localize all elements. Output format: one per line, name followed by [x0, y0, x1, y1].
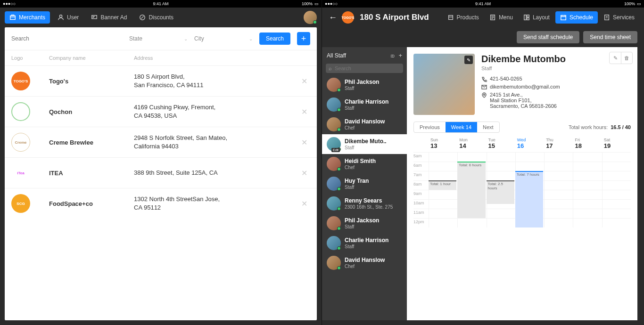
remove-merchant-button[interactable]: ✕	[298, 107, 310, 116]
calendar-cell[interactable]	[602, 219, 631, 228]
send-schedule-button[interactable]: Send staff schedule	[517, 31, 579, 43]
svg-rect-7	[527, 15, 529, 17]
calendar-cell[interactable]	[602, 181, 631, 190]
calendar-cell[interactable]	[429, 190, 457, 199]
calendar-cell[interactable]	[602, 200, 631, 209]
add-merchant-button[interactable]: +	[297, 32, 310, 45]
merchant-row[interactable]: iTeaITEA388 9th Street, Suite 125A, CA✕	[5, 157, 317, 188]
filter-icon[interactable]: ⎄	[391, 52, 395, 59]
calendar-day[interactable]: Mon14	[457, 137, 486, 150]
staff-item[interactable]: Charlie HarrisonStaff	[322, 233, 407, 253]
calendar-cell[interactable]	[487, 209, 515, 218]
calendar-cell[interactable]	[602, 162, 631, 171]
calendar-cell[interactable]	[544, 200, 573, 209]
nav-layout[interactable]: Layout	[519, 11, 554, 24]
staff-item[interactable]: Huy TranStaff	[322, 174, 407, 194]
add-staff-icon[interactable]: +	[398, 52, 402, 59]
calendar-cell[interactable]	[573, 162, 602, 171]
staff-item[interactable]: David HanslowChef	[322, 253, 407, 273]
schedule-block[interactable]: Total: 1 hour	[429, 180, 456, 190]
calendar-cell[interactable]	[573, 219, 602, 228]
staff-search-input[interactable]	[335, 65, 400, 71]
staff-item[interactable]: Phil JacksonStaff	[322, 213, 407, 233]
calendar-cell[interactable]	[429, 209, 457, 218]
calendar-cell[interactable]	[544, 209, 573, 218]
calendar-cell[interactable]	[515, 162, 544, 171]
tab-current[interactable]: Week 14	[446, 122, 477, 132]
staff-search[interactable]: ⌕	[326, 64, 403, 73]
calendar-cell[interactable]	[602, 153, 631, 162]
edit-photo-button[interactable]: ✎	[464, 56, 473, 64]
schedule-block[interactable]: Total: 2.5 hours	[487, 180, 514, 204]
staff-item[interactable]: Charlie HarrisonStaff	[322, 95, 407, 114]
calendar-cell[interactable]	[544, 153, 573, 162]
calendar-cell[interactable]	[487, 171, 515, 180]
merchant-row[interactable]: TOGO'STogo's180 S Airport Blvd,San Franc…	[5, 65, 317, 96]
calendar-day[interactable]: Thu17	[544, 137, 573, 150]
schedule-block[interactable]: Total: 7 hours	[515, 171, 543, 228]
calendar-day[interactable]: Sat19	[602, 137, 631, 150]
calendar-day[interactable]: Tue15	[487, 137, 515, 150]
merchant-row[interactable]: CremeCreme Brewlee2948 S Norfolk Street,…	[5, 127, 317, 157]
calendar-cell[interactable]	[429, 200, 457, 209]
staff-item[interactable]: Heidi SmithChef	[322, 154, 407, 174]
nav-discounts[interactable]: Discounts	[134, 11, 178, 24]
nav-banner-ad[interactable]: Banner Ad	[86, 11, 132, 24]
calendar-cell[interactable]	[602, 190, 631, 199]
staff-item[interactable]: EditDikembe Muto..Staff	[322, 134, 407, 154]
calendar-cell[interactable]	[544, 162, 573, 171]
nav-schedule[interactable]: Schedule	[555, 11, 598, 24]
calendar-cell[interactable]	[573, 181, 602, 190]
calendar-day[interactable]: Fri18	[573, 137, 602, 150]
calendar-cell[interactable]	[573, 171, 602, 180]
nav-services[interactable]: Services	[599, 11, 639, 24]
calendar-cell[interactable]	[429, 153, 457, 162]
back-button[interactable]: ←	[327, 13, 339, 23]
nav-merchants[interactable]: Merchants	[5, 11, 50, 24]
tab-previous[interactable]: Previous	[414, 122, 446, 132]
merchant-row[interactable]: Qochon4169 Cushing Pkwy, Fremont,CA 9453…	[5, 96, 317, 127]
remove-merchant-button[interactable]: ✕	[298, 77, 310, 86]
calendar-cell[interactable]	[457, 153, 486, 162]
schedule-block[interactable]: Total: 6 hours	[457, 162, 485, 218]
calendar-cell[interactable]	[573, 200, 602, 209]
calendar-cell[interactable]	[573, 153, 602, 162]
calendar-cell[interactable]	[544, 171, 573, 180]
city-select[interactable]: City⌄	[194, 35, 256, 42]
state-select[interactable]: State⌄	[129, 35, 190, 42]
calendar-cell[interactable]	[429, 162, 457, 171]
calendar-cell[interactable]	[573, 190, 602, 199]
search-input[interactable]	[11, 33, 125, 44]
nav-user[interactable]: User	[53, 11, 83, 24]
calendar-cell[interactable]	[544, 190, 573, 199]
nav-menu[interactable]: Menu	[485, 11, 518, 24]
search-button[interactable]: Search	[259, 32, 290, 45]
remove-merchant-button[interactable]: ✕	[298, 169, 310, 178]
calendar-day[interactable]: Sun13	[429, 137, 457, 150]
calendar-cell[interactable]	[487, 162, 515, 171]
edit-detail-button[interactable]: ✎	[610, 52, 621, 64]
staff-item[interactable]: Phil JacksonStaff	[322, 75, 407, 95]
calendar-cell[interactable]	[457, 219, 486, 228]
calendar-cell[interactable]	[487, 153, 515, 162]
tab-next[interactable]: Next	[477, 122, 499, 132]
send-timesheet-button[interactable]: Send time sheet	[583, 31, 637, 43]
nav-products[interactable]: Products	[443, 11, 484, 24]
calendar-cell[interactable]	[487, 219, 515, 228]
calendar-day[interactable]: Wed16	[515, 137, 544, 150]
calendar-cell[interactable]	[544, 181, 573, 190]
staff-item[interactable]: Renny Seears2300 16th St., Ste. 275	[322, 194, 407, 213]
calendar-cell[interactable]	[602, 209, 631, 218]
calendar-cell[interactable]	[602, 171, 631, 180]
delete-detail-button[interactable]: 🗑	[621, 52, 632, 64]
remove-merchant-button[interactable]: ✕	[298, 138, 310, 147]
calendar-cell[interactable]	[429, 219, 457, 228]
calendar-cell[interactable]	[544, 219, 573, 228]
staff-item[interactable]: David HanslowChef	[322, 114, 407, 134]
calendar-cell[interactable]	[573, 209, 602, 218]
user-avatar[interactable]	[304, 11, 317, 24]
merchant-row[interactable]: SCGFoodSpace+co1302 North 4th StreetSan …	[5, 188, 317, 219]
remove-merchant-button[interactable]: ✕	[298, 199, 310, 208]
calendar-cell[interactable]	[515, 153, 544, 162]
calendar-cell[interactable]	[429, 171, 457, 180]
